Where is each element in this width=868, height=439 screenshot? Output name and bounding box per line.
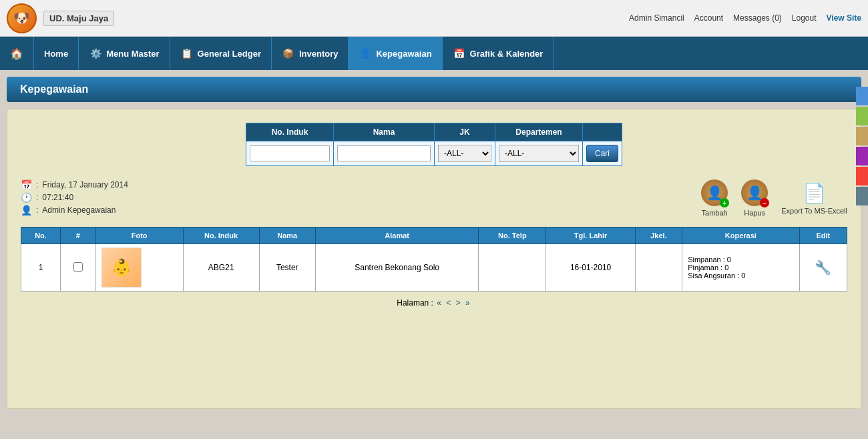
action-buttons: 👤 Tambah 👤 Hapus 📄 Export To MS-Excell [701,179,847,217]
export-button[interactable]: 📄 Export To MS-Excell [781,182,847,215]
cell-tgllahir: 16-01-2010 [546,244,635,292]
cell-jkel [635,244,682,292]
cell-checkbox [61,244,96,292]
info-bar: 📅 : Friday, 17 January 2014 🕐 : 07:21:40… [21,179,847,217]
filter-cell-btn: Cari [582,141,622,166]
filter-col-dept: Departemen [495,123,582,141]
user-value: Admin Kepegawaian [42,205,116,215]
sisa-angsuran-text: Sisa Angsuran : 0 [688,272,793,280]
nav-home-button[interactable]: 🏠 [0,37,34,70]
nav-item-inventory[interactable]: 📦 Inventory [272,37,349,70]
admin-label: Admin Simancil [629,13,684,23]
general-ledger-icon: 📋 [180,47,194,60]
nav-item-grafik-kalender[interactable]: 📅 Grafik & Kalender [443,37,554,70]
nav-item-menu-master[interactable]: ⚙️ Menu Master [79,37,170,70]
hapus-icon: 👤 [741,179,768,206]
messages-link[interactable]: Messages (0) [733,13,782,23]
cell-alamat: Santren Bekonang Solo [315,244,478,292]
filter-dept-select[interactable]: -ALL- [499,145,579,162]
pinjaman-text: Pinjaman : 0 [688,264,793,272]
photo-image: 👶 [101,248,142,288]
tambah-icon: 👤 [701,179,728,206]
search-button[interactable]: Cari [586,145,618,162]
col-nama: Nama [259,228,315,244]
cell-noinduk: ABG21 [183,244,259,292]
user-icon: 👤 [21,205,32,215]
tambah-label: Tambah [702,209,728,217]
filter-noinduk-input[interactable] [250,145,330,161]
cell-foto: 👶 [95,244,183,292]
color-block-tan[interactable] [856,127,868,145]
home-label: Home [44,49,68,59]
nav-item-kepegawaian[interactable]: 👤 Kepegawaian [349,37,442,70]
col-jkel: Jkel. [635,228,682,244]
cell-koperasi: Simpanan : 0 Pinjaman : 0 Sisa Angsuran … [682,244,799,292]
inventory-icon: 📦 [282,47,295,60]
col-foto: Foto [95,228,183,244]
filter-cell-jk: -ALL- L P [434,141,495,166]
grafik-icon: 📅 [453,47,466,60]
col-koperasi: Koperasi [682,228,799,244]
pagination: Halaman : « < > » [21,298,847,308]
color-block-gray[interactable] [856,187,868,205]
filter-table: No. Induk Nama JK Departemen [246,123,622,166]
edit-button[interactable]: 🔧 [815,260,831,275]
date-separator: : [36,180,38,189]
header: 🐶 UD. Maju Jaya Admin Simancil Account M… [0,0,868,37]
pagination-prev[interactable]: < [446,298,451,308]
cell-no: 1 [21,244,61,292]
pagination-label: Halaman : [397,298,433,308]
kepegawaian-icon: 👤 [359,47,372,60]
date-value: Friday, 17 January 2014 [42,180,128,189]
hapus-label: Hapus [744,209,765,217]
nav-item-general-ledger[interactable]: 📋 General Ledger [170,37,272,70]
pagination-first[interactable]: « [437,298,441,308]
nav-item-home[interactable]: Home [34,37,79,70]
hapus-button[interactable]: 👤 Hapus [741,179,768,217]
page-title: Kepegawaian [7,77,861,102]
color-sidebar [856,87,868,205]
date-row: 📅 : Friday, 17 January 2014 [21,179,128,190]
color-block-purple[interactable] [856,147,868,165]
row-checkbox[interactable] [73,262,83,272]
col-alamat: Alamat [315,228,478,244]
user-row: 👤 : Admin Kepegawaian [21,205,128,215]
color-block-red[interactable] [856,167,868,185]
grafik-label: Grafik & Kalender [470,49,544,59]
general-ledger-label: General Ledger [198,49,261,59]
filter-container: No. Induk Nama JK Departemen [21,123,847,166]
header-right: Admin Simancil Account Messages (0) Logo… [629,13,861,23]
color-block-blue[interactable] [856,87,868,105]
logout-link[interactable]: Logout [792,13,817,23]
filter-nama-input[interactable] [337,145,431,161]
header-left: 🐶 UD. Maju Jaya [7,3,114,33]
menu-master-label: Menu Master [106,49,159,59]
calendar-icon: 📅 [21,179,32,190]
logo: 🐶 [7,3,37,33]
cell-edit: 🔧 [799,244,847,292]
col-hash: # [61,228,96,244]
filter-col-noinduk: No. Induk [246,123,333,141]
data-table: No. # Foto No. Induk Nama Alamat No. Tel… [21,227,847,292]
filter-col-action [582,123,622,141]
navbar: 🏠 Home ⚙️ Menu Master 📋 General Ledger 📦… [0,37,868,70]
col-edit: Edit [799,228,847,244]
filter-jk-select[interactable]: -ALL- L P [438,145,491,162]
koperasi-info: Simpanan : 0 Pinjaman : 0 Sisa Angsuran … [688,256,793,280]
color-block-green[interactable] [856,107,868,125]
filter-col-jk: JK [434,123,495,141]
view-site-link[interactable]: View Site [827,13,861,23]
export-label: Export To MS-Excell [781,207,847,215]
tambah-button[interactable]: 👤 Tambah [701,179,728,217]
pagination-next[interactable]: > [456,298,461,308]
time-separator: : [36,193,38,202]
menu-master-icon: ⚙️ [89,47,102,60]
filter-col-nama: Nama [333,123,434,141]
account-link[interactable]: Account [694,13,723,23]
filter-cell-nama [333,141,434,166]
simpanan-text: Simpanan : 0 [688,256,793,264]
content-area: No. Induk Nama JK Departemen [7,109,861,409]
clock-icon: 🕐 [21,192,32,203]
pagination-last[interactable]: » [465,298,470,308]
table-row: 1 👶 ABG21 Tester Santren Bekonang Solo 1… [21,244,847,292]
